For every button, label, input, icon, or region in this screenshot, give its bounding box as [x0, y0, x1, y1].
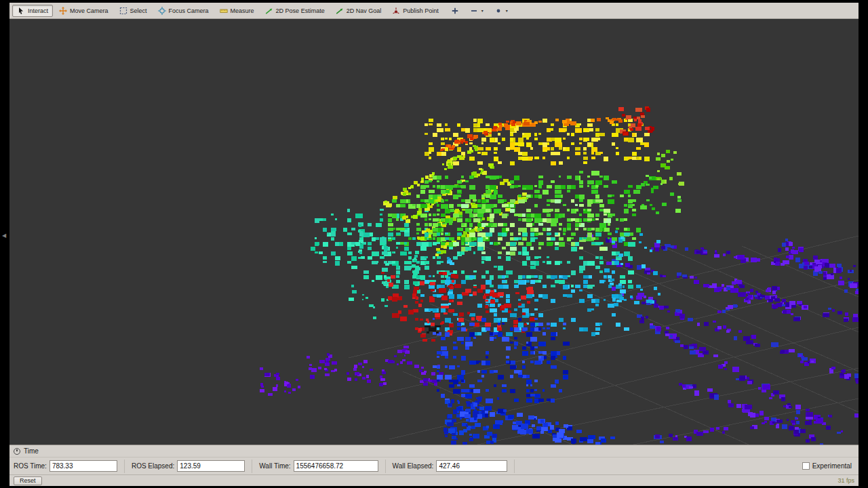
tool-label: Interact — [28, 7, 48, 14]
focus-camera-icon — [158, 7, 166, 15]
tool-label: 2D Pose Estimate — [276, 7, 325, 14]
tool-focus-camera[interactable]: Focus Camera — [153, 5, 214, 17]
field-input[interactable] — [436, 460, 507, 472]
clock-icon — [14, 448, 20, 455]
voxel-cluster-stray-teal — [349, 285, 389, 319]
time-field-ros-time: ROS Time: — [14, 460, 125, 473]
experimental-label: Experimental — [812, 462, 852, 470]
time-fields: ROS Time:ROS Elapsed:Wall Time:Wall Elap… — [14, 458, 515, 474]
tool-measure[interactable]: Measure — [215, 5, 259, 17]
move-camera-icon — [59, 7, 67, 15]
left-collapse-arrow[interactable]: ◀ — [2, 233, 6, 239]
field-label: Wall Time: — [259, 462, 290, 470]
voxel-cluster-rail-x2 — [732, 279, 801, 321]
field-label: ROS Time: — [14, 462, 47, 470]
tool-move-camera[interactable]: Move Camera — [54, 5, 113, 17]
viewport-3d[interactable] — [9, 19, 859, 445]
add-tool-button[interactable] — [448, 5, 462, 17]
voxel-cluster-green-light — [453, 195, 611, 256]
tool-label: Move Camera — [70, 7, 108, 14]
time-panel-fields: ROS Time:ROS Elapsed:Wall Time:Wall Elap… — [9, 458, 859, 474]
field-label: Wall Elapsed: — [393, 462, 434, 470]
minus-icon — [470, 7, 478, 15]
time-panel: Time ROS Time:ROS Elapsed:Wall Time:Wall… — [9, 445, 859, 474]
tool-publish-point[interactable]: Publish Point — [387, 5, 443, 17]
tool-label: Focus Camera — [169, 7, 209, 14]
voxel-cluster-rail-6 — [778, 239, 859, 293]
nav-arrow-icon — [336, 7, 344, 15]
voxel-cluster-blue-low — [433, 318, 570, 403]
voxel-cluster-debris-2 — [307, 353, 338, 379]
window-content: InteractMove CameraSelectFocus CameraMea… — [9, 3, 859, 486]
rviz-window: ◀ InteractMove CameraSelectFocus CameraM… — [0, 0, 868, 488]
field-input[interactable] — [177, 460, 245, 472]
reset-button[interactable]: Reset — [14, 476, 42, 485]
toolbar-tools: InteractMove CameraSelectFocus CameraMea… — [12, 5, 511, 17]
voxel-cluster-debris-1 — [260, 367, 300, 396]
chevron-down-icon: ▾ — [506, 8, 508, 13]
tool-label: 2D Nav Goal — [347, 7, 382, 14]
field-label: ROS Elapsed: — [132, 462, 174, 470]
statusbar: Reset 31 fps — [9, 474, 859, 486]
experimental-group: Experimental — [802, 462, 854, 470]
time-panel-title: Time — [24, 447, 39, 455]
voxel-cluster-right-green-dash — [633, 175, 682, 214]
experimental-checkbox[interactable] — [802, 462, 810, 470]
field-input[interactable] — [50, 460, 117, 472]
fps-counter: 31 fps — [837, 477, 854, 484]
select-box-icon — [119, 7, 127, 15]
toolbar: InteractMove CameraSelectFocus CameraMea… — [9, 3, 859, 19]
plus-icon — [451, 7, 459, 15]
tool-label: Measure — [231, 7, 254, 14]
pose-arrow-icon — [265, 7, 273, 15]
publish-point-icon — [392, 7, 400, 15]
dot-icon — [494, 7, 502, 15]
time-field-ros-elapsed: ROS Elapsed: — [125, 460, 252, 473]
time-field-wall-time: Wall Time: — [252, 460, 385, 473]
field-input[interactable] — [294, 460, 378, 472]
tool-label: Publish Point — [403, 7, 439, 14]
ground-grid-line — [389, 327, 859, 439]
measure-icon — [220, 7, 228, 15]
interact-cursor-icon — [17, 7, 25, 15]
remove-tool-button[interactable]: ▾ — [467, 5, 487, 17]
tool-2d-pose-estimate[interactable]: 2D Pose Estimate — [260, 5, 330, 17]
voxel-cluster-debris-3 — [347, 360, 387, 386]
time-panel-header[interactable]: Time — [9, 445, 859, 458]
time-field-wall-elapsed: Wall Elapsed: — [386, 460, 515, 473]
chevron-down-icon: ▾ — [481, 8, 484, 13]
ground-grid-line — [477, 368, 859, 445]
voxel-cluster-green-tuft — [656, 150, 685, 186]
pointcloud-scene — [9, 19, 859, 445]
tool-select[interactable]: Select — [115, 5, 152, 17]
tool-options-button[interactable]: ▾ — [491, 5, 511, 17]
voxel-cluster-rail-5 — [679, 383, 859, 445]
tool-label: Select — [130, 7, 147, 14]
tool-2d-nav-goal[interactable]: 2D Nav Goal — [331, 5, 387, 17]
tool-interact[interactable]: Interact — [12, 5, 53, 17]
